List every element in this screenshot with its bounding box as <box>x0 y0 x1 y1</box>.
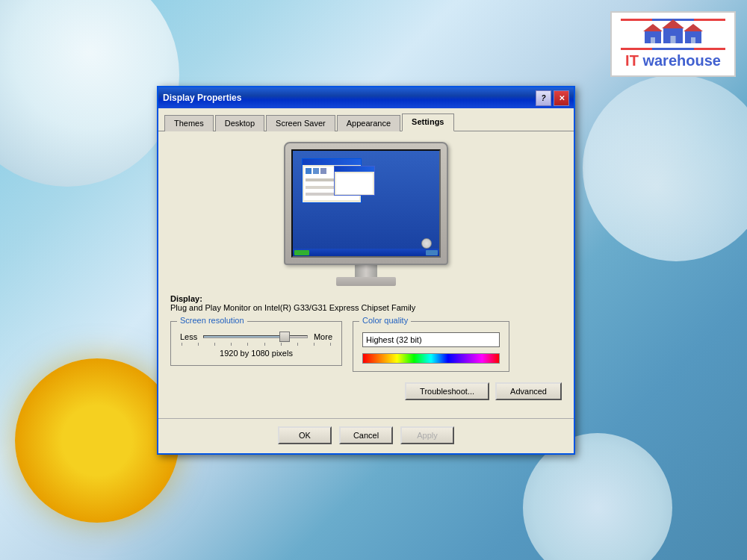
action-buttons-row: Troubleshoot... Advanced <box>170 382 562 400</box>
tick-4 <box>231 343 232 346</box>
resolution-slider-track[interactable] <box>203 335 308 338</box>
dialog-footer: OK Cancel Apply <box>158 418 574 453</box>
tick-1 <box>182 343 182 346</box>
display-info: Display: Plug and Play Monitor on Intel(… <box>170 294 562 312</box>
tick-9 <box>314 343 314 346</box>
resolution-group: Screen resolution Less More <box>170 321 342 366</box>
screen-win2-title <box>335 167 374 172</box>
tick-3 <box>214 343 215 346</box>
slider-thumb[interactable] <box>279 332 290 342</box>
logo-text: IT warehouse <box>625 52 721 69</box>
tab-desktop[interactable]: Desktop <box>215 115 264 131</box>
house-1 <box>645 25 661 43</box>
dialog-content: Display: Plug and Play Monitor on Intel(… <box>158 131 574 418</box>
tab-appearance[interactable]: Appearance <box>337 115 400 131</box>
slider-less-label: Less <box>180 332 197 341</box>
logo-it: IT <box>625 52 639 69</box>
cancel-button[interactable]: Cancel <box>339 426 393 444</box>
tab-themes[interactable]: Themes <box>164 115 214 131</box>
screen-icon-1 <box>306 168 311 174</box>
house-2 <box>663 22 683 43</box>
tick-8 <box>297 343 298 346</box>
slider-row: Less More <box>180 332 332 341</box>
color-group-label: Color quality <box>359 316 411 325</box>
screen-taskbar <box>293 249 439 256</box>
display-label: Display: <box>170 294 562 303</box>
help-button[interactable]: ? <box>536 90 551 106</box>
tick-10 <box>330 343 331 346</box>
color-quality-bar <box>362 353 500 364</box>
logo-houses <box>645 22 701 43</box>
company-logo: IT warehouse <box>610 11 736 77</box>
slider-fill <box>204 336 281 337</box>
tick-6 <box>264 343 265 346</box>
settings-row: Screen resolution Less More <box>170 321 562 372</box>
tick-7 <box>281 343 282 346</box>
logo-line-bottom <box>621 48 725 50</box>
monitor-screen <box>291 149 441 258</box>
tab-screen-saver[interactable]: Screen Saver <box>266 115 335 131</box>
ok-button[interactable]: OK <box>278 426 332 444</box>
advanced-button[interactable]: Advanced <box>495 382 562 400</box>
screen-start-button <box>294 250 309 255</box>
screen-win2-content <box>336 173 373 194</box>
dialog-title: Display Properties <box>163 93 241 103</box>
close-button[interactable]: ✕ <box>554 90 569 106</box>
apply-button[interactable]: Apply <box>400 426 454 444</box>
display-properties-dialog: Display Properties ? ✕ Themes Desktop Sc… <box>157 86 575 455</box>
screen-window-2 <box>334 166 375 196</box>
title-bar: Display Properties ? ✕ <box>158 87 574 108</box>
display-value: Plug and Play Monitor on Intel(R) G33/G3… <box>170 303 562 312</box>
color-quality-select[interactable]: Highest (32 bit) True Color (24 bit) Med… <box>362 332 500 347</box>
tab-bar: Themes Desktop Screen Saver Appearance S… <box>158 108 574 131</box>
tab-settings[interactable]: Settings <box>402 113 453 131</box>
title-bar-buttons: ? ✕ <box>536 90 569 106</box>
tick-5 <box>247 343 248 346</box>
slider-ticks <box>180 343 332 346</box>
screen-icon-2 <box>313 168 319 174</box>
house-3 <box>685 25 701 43</box>
screen-icon-3 <box>320 168 326 174</box>
logo-warehouse: warehouse <box>639 52 721 69</box>
monitor-outer <box>276 142 456 284</box>
slider-more-label: More <box>314 332 332 341</box>
screen-desktop <box>293 151 439 256</box>
color-quality-group: Color quality Highest (32 bit) True Colo… <box>353 321 509 372</box>
flower-decoration-yellow <box>15 358 179 523</box>
color-select-wrapper: Highest (32 bit) True Color (24 bit) Med… <box>362 332 500 347</box>
resolution-text: 1920 by 1080 pixels <box>180 349 332 358</box>
monitor-bezel <box>284 142 448 265</box>
monitor-power-button <box>421 238 432 249</box>
screen-clock <box>426 250 438 255</box>
monitor-stand-base <box>336 277 396 286</box>
tick-2 <box>198 343 199 346</box>
screen-window-title <box>303 159 361 165</box>
monitor-preview <box>170 142 562 284</box>
monitor-stand-neck <box>355 265 377 277</box>
resolution-group-label: Screen resolution <box>177 316 247 325</box>
troubleshoot-button[interactable]: Troubleshoot... <box>405 382 489 400</box>
